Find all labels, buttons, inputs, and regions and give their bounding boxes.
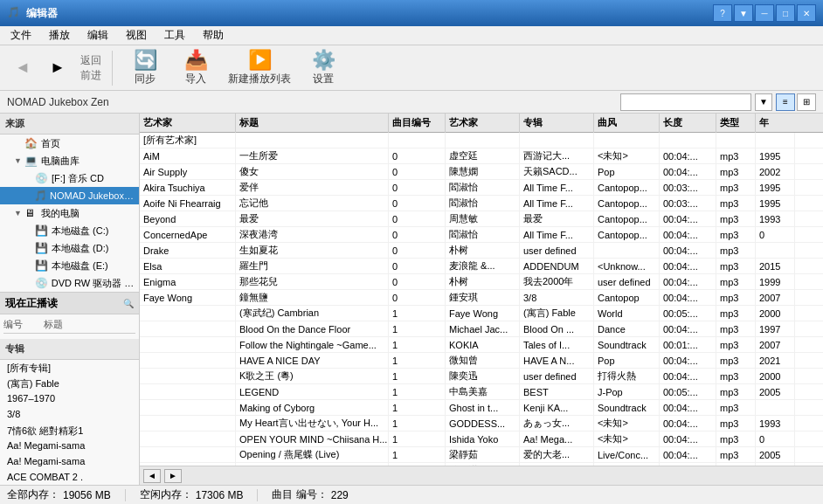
track-row[interactable]: Opening / 燕尾蝶 (Live)1梁靜茹爱的大老...Live/Conc… bbox=[140, 447, 823, 463]
sidebar-item-local-c[interactable]: 💾 本地磁盘 (C:) bbox=[0, 222, 139, 239]
track-row[interactable]: LEGEND1中島美嘉BESTJ-Pop00:05:...mp32005 bbox=[140, 384, 823, 400]
track-cell-artist2: 閻淑怡 bbox=[446, 180, 520, 196]
col-type[interactable]: 类型 bbox=[716, 114, 756, 133]
album-item-aa2[interactable]: Aa! Megami-sama bbox=[0, 454, 139, 470]
track-row[interactable]: Enigma那些花兒0朴树我去2000年user defined00:04:..… bbox=[140, 274, 823, 290]
sidebar-item-nomad[interactable]: 🎵 NOMAD Jukebox Zen bbox=[0, 187, 139, 204]
import-button[interactable]: 📥 导入 bbox=[174, 49, 218, 87]
settings-button[interactable]: ⚙️ 设置 bbox=[301, 49, 345, 87]
maximize-button[interactable]: □ bbox=[776, 4, 795, 22]
sidebar-item-local-d[interactable]: 💾 本地磁盘 (D:) bbox=[0, 239, 139, 257]
track-cell-title: 生如夏花 bbox=[236, 243, 389, 259]
col-title[interactable]: 标题 bbox=[236, 114, 389, 133]
track-row[interactable]: Beyond最爱0周慧敏最爱Cantopop...00:04:...mp3199… bbox=[140, 211, 823, 227]
track-row[interactable]: ConcernedApe深夜港湾0閻淑怡All Time F...Cantopo… bbox=[140, 227, 823, 243]
track-row[interactable]: Blood On the Dance Floor1Michael Jac...B… bbox=[140, 321, 823, 337]
sidebar-item-pc-library[interactable]: ▼ 💻 电脑曲库 bbox=[0, 152, 139, 169]
track-cell-artist2: Michael Jac... bbox=[446, 321, 520, 337]
album-item-all[interactable]: [所有专辑] bbox=[0, 360, 139, 376]
track-row[interactable]: Follow the Nightingale ~Game...1KOKIATal… bbox=[140, 337, 823, 353]
col-duration[interactable]: 长度 bbox=[660, 114, 716, 133]
close-button[interactable]: ✕ bbox=[797, 4, 816, 22]
track-cell-type: mp3 bbox=[716, 274, 756, 290]
track-row[interactable]: Aoife Ni Fhearraig忘记他0閻淑怡All Time F...Ca… bbox=[140, 196, 823, 211]
track-row[interactable]: K歌之王 (粵)1陳奕迅user defined打得火熱00:04:...mp3… bbox=[140, 369, 823, 384]
track-cell-artist bbox=[140, 353, 236, 369]
track-cell-track_num: 0 bbox=[389, 196, 446, 211]
track-cell-title: 一生所爱 bbox=[236, 148, 389, 164]
track-cell-artist bbox=[140, 416, 236, 432]
menu-help[interactable]: 帮助 bbox=[196, 27, 231, 45]
track-row[interactable]: Making of Cyborg1Ghost in t...Kenji KA..… bbox=[140, 400, 823, 416]
track-row[interactable]: (寒武纪) Cambrian1Faye Wong(寓言) FableWorld0… bbox=[140, 306, 823, 321]
search-input[interactable] bbox=[620, 93, 751, 111]
track-row[interactable]: Akira Tsuchiya爱伴0閻淑怡All Time F...Cantopo… bbox=[140, 180, 823, 196]
minimize-button[interactable]: ─ bbox=[755, 4, 774, 22]
track-cell-artist2: 閻淑怡 bbox=[446, 196, 520, 211]
album-item-ace2[interactable]: ACE COMBAT 2 . bbox=[0, 470, 139, 485]
menu-play[interactable]: 播放 bbox=[42, 27, 77, 45]
track-cell-duration: 00:04:... bbox=[660, 274, 716, 290]
track-cell-duration: 00:05:... bbox=[660, 306, 716, 321]
album-item-7qing[interactable]: 7情6欲 絕對精彩1 bbox=[0, 423, 139, 438]
sidebar-item-dvd-rw[interactable]: 💿 DVD RW 驱动器 (F: bbox=[0, 274, 139, 292]
track-cell-album: あぁっ女... bbox=[520, 416, 594, 432]
sidebar-item-local-e[interactable]: 💾 本地磁盘 (E:) bbox=[0, 257, 139, 274]
track-row[interactable]: Elsa羅生門0麦浪龍 &...ADDENDUM<Unknow...00:04:… bbox=[140, 259, 823, 274]
toolbar-sep-1 bbox=[112, 51, 113, 86]
menu-view[interactable]: 视图 bbox=[119, 27, 154, 45]
track-row[interactable]: HAVE A NICE DAY1微知曾HAVE A N...Pop00:04:.… bbox=[140, 353, 823, 369]
track-cell-artist2: 中島美嘉 bbox=[446, 384, 520, 400]
track-cell-type: mp3 bbox=[716, 227, 756, 243]
menu-edit[interactable]: 编辑 bbox=[80, 27, 115, 45]
help-button[interactable]: ? bbox=[713, 4, 732, 22]
sidebar-item-music-cd[interactable]: 💿 [F:] 音乐 CD bbox=[0, 169, 139, 187]
album-item-fable[interactable]: (寓言) Fable bbox=[0, 376, 139, 391]
track-cell-type: mp3 bbox=[716, 353, 756, 369]
track-cell-track_num: 1 bbox=[389, 384, 446, 400]
dropdown-button[interactable]: ▼ bbox=[734, 4, 753, 22]
app-icon: 🎵 bbox=[7, 6, 21, 20]
albums-list: [所有专辑] (寓言) Fable 1967–1970 3/8 7情6欲 絕對精… bbox=[0, 360, 139, 485]
album-item-aa1[interactable]: Aa! Megami-sama bbox=[0, 438, 139, 454]
track-cell-type: mp3 bbox=[716, 243, 756, 259]
view-details-button[interactable]: ⊞ bbox=[797, 93, 816, 111]
track-cell-album: 我去2000年 bbox=[520, 274, 594, 290]
sidebar-item-home[interactable]: 🏠 首页 bbox=[0, 135, 139, 152]
track-cell-album: (寓言) Fable bbox=[520, 306, 594, 321]
track-row[interactable]: OPEN YOUR MIND ~Chiisana H...1Ishida Yok… bbox=[140, 432, 823, 447]
track-cell-artist2: 麦浪龍 &... bbox=[446, 259, 520, 274]
col-artist2[interactable]: 艺术家 bbox=[446, 114, 520, 133]
col-genre[interactable]: 曲风 bbox=[594, 114, 660, 133]
col-album[interactable]: 专辑 bbox=[520, 114, 594, 133]
track-cell-album: 天籟SACD... bbox=[520, 164, 594, 180]
sidebar-item-my-computer[interactable]: ▼ 🖥 我的电脑 bbox=[0, 204, 139, 222]
track-row[interactable]: Faye Wong鐘無鹽0鍾安琪3/8Cantopop00:04:...mp32… bbox=[140, 290, 823, 306]
track-cell-artist2: 鍾安琪 bbox=[446, 290, 520, 306]
sync-button[interactable]: 🔄 同步 bbox=[123, 49, 167, 87]
track-cell-duration: 00:04:... bbox=[660, 148, 716, 164]
track-row[interactable]: AiM一生所爱0虚空廷西游记大...<未知>00:04:...mp31995 bbox=[140, 148, 823, 164]
album-item-1967[interactable]: 1967–1970 bbox=[0, 391, 139, 407]
track-cell-track_num: 0 bbox=[389, 211, 446, 227]
track-row[interactable]: Drake生如夏花0朴树user defined00:04:...mp3 bbox=[140, 243, 823, 259]
now-playing-search[interactable]: 🔍 bbox=[123, 299, 134, 308]
view-list-button[interactable]: ≡ bbox=[776, 93, 795, 111]
col-artist[interactable]: 艺术家 bbox=[140, 114, 236, 133]
new-playlist-button[interactable]: ▶️ 新建播放列表 bbox=[225, 49, 294, 87]
track-scroll-left[interactable]: ◄ bbox=[143, 469, 161, 483]
track-row[interactable]: [所有艺术家] bbox=[140, 133, 823, 148]
search-dropdown[interactable]: ▼ bbox=[755, 93, 772, 111]
back-button[interactable]: ◄ bbox=[7, 52, 38, 84]
track-cell-year: 0 bbox=[756, 227, 795, 243]
menu-file[interactable]: 文件 bbox=[3, 27, 38, 45]
track-scroll-right[interactable]: ► bbox=[164, 469, 182, 483]
col-year[interactable]: 年 bbox=[756, 114, 795, 133]
forward-button[interactable]: ► bbox=[42, 52, 73, 84]
menu-tools[interactable]: 工具 bbox=[157, 27, 192, 45]
track-row[interactable]: Air Supply傻女0陳慧嫻天籟SACD...Pop00:04:...mp3… bbox=[140, 164, 823, 180]
track-row[interactable]: My Heart言い出せない, Your H...1GODDESS...あぁっ女… bbox=[140, 416, 823, 432]
album-item-38[interactable]: 3/8 bbox=[0, 407, 139, 423]
track-cell-genre: <Unknow... bbox=[594, 259, 660, 274]
col-track-num[interactable]: 曲目编号 bbox=[389, 114, 446, 133]
